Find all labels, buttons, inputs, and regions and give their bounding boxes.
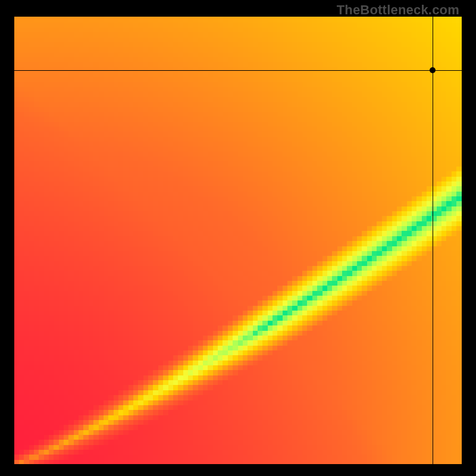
chart-container: TheBottleneck.com: [0, 0, 476, 476]
heatmap-canvas: [14, 17, 462, 464]
watermark-text: TheBottleneck.com: [337, 2, 459, 18]
heatmap-plot: [14, 17, 462, 464]
crosshair-horizontal: [14, 70, 462, 71]
crosshair-vertical: [433, 17, 433, 464]
